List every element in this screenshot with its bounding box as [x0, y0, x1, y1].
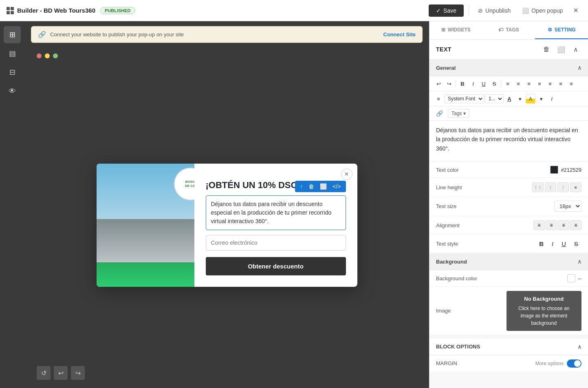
indent-less-button[interactable]: ≡: [545, 79, 555, 89]
text-toolbar-code[interactable]: </>: [330, 182, 343, 191]
margin-row: MARGIN More options: [429, 355, 588, 372]
notification-left: 🔗 Connect your website to publish your p…: [38, 31, 184, 38]
link-button[interactable]: 🔗: [434, 109, 445, 118]
bold-button[interactable]: B: [458, 79, 467, 89]
lh-btn-3[interactable]: ⋮: [557, 182, 569, 192]
submit-button[interactable]: Obtener descuento: [206, 257, 346, 275]
collapse-widget-button[interactable]: ∧: [570, 44, 581, 55]
text-color-hex: #212529: [561, 167, 581, 173]
popup-image-side: BOSODE CA: [97, 164, 194, 287]
open-popup-button[interactable]: ⬜ Open popup: [518, 5, 567, 16]
window-dots: [37, 53, 58, 58]
align-justify-prop[interactable]: ≡: [570, 220, 581, 230]
font-family-select[interactable]: System Font: [444, 94, 484, 103]
sidebar-item-widgets[interactable]: ⊞: [4, 26, 21, 43]
alignment-buttons: ≡ ≡ ≡ ≡: [533, 220, 581, 230]
widget-header: TEXT 🗑 ⬜ ∧: [429, 40, 588, 60]
text-toolbar-duplicate[interactable]: ⬜: [317, 182, 329, 191]
save-button[interactable]: Save: [429, 4, 464, 17]
line-height-buttons: ⋮⋮ ⋮ ⋮ ≡: [532, 182, 581, 192]
more-options-link[interactable]: More options: [535, 361, 564, 366]
align-center-prop[interactable]: ≡: [546, 220, 557, 230]
nav-widgets[interactable]: ⊞ WIDGETS: [429, 21, 482, 39]
divider1: [456, 80, 456, 87]
connect-site-link[interactable]: Connect Site: [383, 31, 416, 38]
unpublish-button[interactable]: ⊘ Unpublish: [474, 5, 515, 16]
ts-italic-button[interactable]: I: [548, 239, 557, 249]
text-size-select[interactable]: 16px 12px 14px 18px 20px 24px: [554, 201, 581, 212]
app-title: Builder - BD Web Tours360: [17, 7, 95, 14]
dot-yellow: [45, 53, 50, 58]
reset-button[interactable]: ↺: [37, 366, 51, 380]
main-layout: ⊞ ▤ ⊟ 👁 🔗 Connect your website to publis…: [0, 21, 588, 388]
ts-bold-button[interactable]: B: [536, 239, 547, 249]
italic-button[interactable]: I: [468, 79, 478, 89]
align-right-button[interactable]: ≡: [524, 79, 534, 89]
tags-button[interactable]: Tags ▾: [448, 109, 469, 118]
line-height-row: Line height ⋮⋮ ⋮ ⋮ ≡: [429, 178, 588, 197]
sidebar-item-filters[interactable]: ⊟: [4, 64, 21, 81]
highlight-button[interactable]: A: [526, 94, 535, 104]
delete-widget-button[interactable]: 🗑: [541, 44, 552, 55]
redo-fmt-button[interactable]: ↪: [444, 79, 454, 89]
justify-button[interactable]: ≡: [535, 79, 544, 89]
nav-tags[interactable]: 🏷 TAGS: [482, 21, 535, 39]
image-label: Image: [436, 308, 500, 314]
link-tags-row: 🔗 Tags ▾: [429, 106, 588, 121]
indent-more-button[interactable]: ≡: [556, 79, 566, 89]
text-toolbar-delete[interactable]: 🗑: [306, 182, 317, 191]
text-color-swatch[interactable]: [550, 166, 558, 174]
text-color-button[interactable]: A: [504, 94, 514, 104]
block-options-header: BLOCK OPTIONS ∧: [429, 339, 588, 355]
dot-red: [37, 53, 42, 58]
text-style-label: Text style: [436, 241, 533, 247]
popup-close-button[interactable]: ×: [341, 169, 352, 180]
text-toolbar: ↑ 🗑 ⬜ </>: [295, 181, 346, 192]
strikethrough-button[interactable]: S: [489, 79, 499, 89]
dot-green: [53, 53, 58, 58]
email-input[interactable]: [206, 235, 346, 251]
undo-fmt-button[interactable]: ↩: [434, 79, 443, 89]
close-topbar-button[interactable]: ×: [570, 4, 581, 17]
popup-icon: ⬜: [522, 7, 529, 14]
text-toolbar-up[interactable]: ↑: [297, 182, 305, 191]
lh-btn-1[interactable]: ⋮⋮: [532, 182, 544, 192]
canvas-content: Form Success Message BOSODE CA: [24, 46, 429, 388]
text-size-row: Text size 16px 12px 14px 18px 20px 24px: [429, 197, 588, 216]
align-left-prop[interactable]: ≡: [533, 220, 545, 230]
bg-color-text: --: [578, 275, 581, 282]
nav-tags-label: TAGS: [506, 27, 519, 33]
lh-btn-2[interactable]: ⋮: [545, 182, 556, 192]
redo-button[interactable]: ↪: [71, 366, 85, 380]
clear-format-button[interactable]: I: [547, 94, 557, 104]
canvas-area: 🔗 Connect your website to publish your p…: [24, 21, 429, 388]
list-unordered-button[interactable]: ≡: [434, 94, 443, 104]
highlight-arrow[interactable]: ▾: [536, 94, 546, 104]
app-logo: Builder - BD Web Tours360: [7, 7, 95, 14]
background-section-header: Background ∧: [429, 253, 588, 270]
align-center-button[interactable]: ≡: [513, 79, 523, 89]
sidebar-item-preview[interactable]: 👁: [4, 82, 21, 100]
align-left-button[interactable]: ≡: [503, 79, 513, 89]
duplicate-widget-button[interactable]: ⬜: [555, 44, 567, 55]
panel-text-area[interactable]: Déjanos tus datos para recibir un descue…: [429, 121, 588, 162]
lh-btn-4[interactable]: ≡: [570, 182, 581, 192]
list-button[interactable]: ≡: [566, 79, 576, 89]
image-tooltip[interactable]: No Background Click here to choose an im…: [507, 291, 582, 331]
bg-color-swatch[interactable]: [567, 274, 575, 282]
undo-button[interactable]: ↩: [54, 366, 68, 380]
text-color-arrow[interactable]: ▾: [515, 94, 525, 104]
general-chevron[interactable]: ∧: [577, 64, 581, 71]
block-options-chevron[interactable]: ∧: [577, 344, 581, 350]
underline-button[interactable]: U: [479, 79, 489, 89]
font-size-select[interactable]: 1...: [485, 94, 504, 103]
ts-strikethrough-button[interactable]: S: [571, 239, 581, 249]
align-right-prop[interactable]: ≡: [558, 220, 569, 230]
lawn-area: [97, 262, 194, 287]
sidebar-item-layout[interactable]: ▤: [4, 45, 21, 62]
ts-underline-button[interactable]: U: [558, 239, 569, 249]
background-chevron[interactable]: ∧: [577, 258, 581, 265]
margin-toggle[interactable]: [567, 359, 581, 368]
nav-setting[interactable]: ⚙ SETTING: [535, 21, 588, 39]
widgets-icon: ⊞: [441, 27, 445, 33]
